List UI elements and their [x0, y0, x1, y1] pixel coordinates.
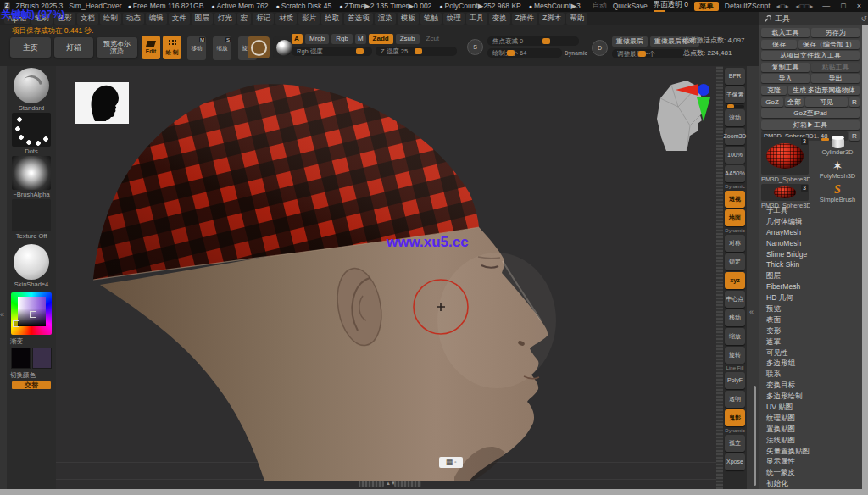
section-16[interactable]: 变换目标 [759, 380, 857, 391]
shelf-slider-1[interactable] [726, 105, 744, 108]
menu-9[interactable]: 灯光 [214, 13, 236, 25]
menu-6[interactable]: 编辑 [146, 13, 167, 25]
shelf-0[interactable]: BPR [725, 68, 745, 85]
make-polymesh-button[interactable]: 生成 多边形网格物体 [788, 86, 860, 95]
left-tray-divider[interactable]: « [0, 66, 7, 489]
shelf-18[interactable]: 孤立 [725, 435, 745, 452]
edit-button[interactable]: Edit [142, 36, 160, 59]
menu-5[interactable]: 动态 [123, 13, 144, 25]
tool-item-cylinder[interactable]: Cylinder3D [814, 137, 861, 156]
ui-opacity-slider[interactable]: 界面透明 0 [654, 0, 688, 12]
d-button[interactable]: D [592, 40, 608, 56]
menu-7[interactable]: 文件 [169, 13, 190, 25]
minimize-button[interactable]: — [820, 2, 832, 10]
timeline-scroll-right[interactable] [394, 481, 421, 487]
section-23[interactable]: 显示属性 [759, 456, 857, 467]
menu-3[interactable]: 文档 [77, 13, 98, 25]
quicksave-button[interactable]: QuickSave [613, 2, 648, 10]
section-12[interactable]: 遮罩 [759, 336, 857, 348]
section-6[interactable]: 图层 [759, 270, 857, 281]
section-19[interactable]: 纹理贴图 [759, 413, 857, 424]
primary-color-swatch[interactable] [11, 348, 31, 369]
section-10[interactable]: 表面 [759, 314, 857, 325]
draw-button[interactable]: 绘 制 [163, 36, 181, 59]
scale-button[interactable]: S 缩放 [213, 36, 231, 60]
clone-button[interactable]: 克隆 [761, 86, 787, 95]
redo-last-button[interactable]: 重做最后 [612, 36, 648, 47]
goz-visible-button[interactable]: 可见 [805, 97, 848, 107]
section-0[interactable]: 子工具 [759, 205, 857, 216]
focal-shift-slider[interactable]: 焦点衰减 0 [487, 36, 579, 46]
menu-12[interactable]: 材质 [275, 13, 297, 25]
shelf-13[interactable]: 缩放 [725, 328, 745, 345]
section-24[interactable]: 统一蒙皮 [759, 467, 857, 478]
paste-tool-button[interactable]: 粘贴工具 [811, 63, 860, 72]
menu-21[interactable]: 变换 [489, 13, 510, 25]
layout-switch-icon[interactable]: ◂□▸ [776, 3, 790, 10]
active-tool-thumbnail[interactable]: 3 [761, 137, 809, 175]
current-brush-swatch[interactable] [248, 36, 270, 58]
menu-22[interactable]: Z插件 [512, 13, 537, 25]
menu-16[interactable]: 渲染 [375, 13, 396, 25]
section-4[interactable]: Slime Bridge [759, 249, 857, 260]
shelf-5[interactable]: AA50% [725, 165, 745, 182]
section-9[interactable]: 预览 [759, 303, 857, 314]
section-22[interactable]: 矢量置换贴图 [759, 446, 857, 457]
menu-13[interactable]: 影片 [298, 13, 320, 25]
adjust-last-slider[interactable]: 调整最后一个 [612, 49, 685, 58]
save-numbered-button[interactable]: 保存（编号加 1） [798, 40, 860, 49]
refresh-icon[interactable]: ↺ [860, 14, 867, 23]
current-brush-thumbnail[interactable] [14, 68, 49, 103]
section-17[interactable]: 多边形绘制 [759, 391, 857, 402]
tool-item-simplebrush[interactable]: S SimpleBrush [814, 184, 861, 203]
stroke-thumbnail[interactable] [12, 113, 51, 147]
restore-button[interactable]: □ [838, 2, 848, 10]
shelf-12[interactable]: 移动 [725, 309, 745, 326]
section-1[interactable]: 几何体编辑 [759, 216, 857, 227]
section-21[interactable]: 法线贴图 [759, 435, 857, 446]
shelf-16[interactable]: 透明 [725, 391, 745, 408]
section-5[interactable]: Thick Skin [759, 259, 857, 270]
timeline-scroll-left[interactable] [359, 481, 384, 487]
section-2[interactable]: ArrayMesh [759, 227, 857, 238]
texture-thumbnail[interactable] [12, 199, 51, 231]
goz-ipad-button[interactable]: GoZ至iPad [761, 108, 860, 118]
preview-boolean-button[interactable]: 预览布尔渲染 [97, 37, 137, 58]
shelf-9[interactable]: 锁定 [725, 253, 745, 270]
swap-color-button[interactable]: 交替 [12, 381, 51, 389]
z-intensity-slider[interactable]: Z 强度 25 [376, 47, 457, 56]
shelf-8[interactable]: 对称 [725, 235, 745, 252]
zscript-button[interactable]: DefaultZScript [725, 2, 771, 10]
section-13[interactable]: 可见性 [759, 348, 857, 359]
lightbox-tool-button[interactable]: 灯箱▶工具 [761, 120, 860, 130]
panel-scrollbar[interactable] [754, 386, 756, 486]
goz-button[interactable]: GoZ [761, 97, 783, 107]
menu-17[interactable]: 模板 [398, 13, 419, 25]
canvas-viewport[interactable]: www.xu5.cc [56, 66, 723, 489]
section-7[interactable]: FiberMesh [759, 281, 857, 292]
menu-15[interactable]: 首选项 [344, 13, 373, 25]
tool-item-polymesh[interactable]: ✶ PolyMesh3D [814, 159, 861, 180]
load-from-project-button[interactable]: 从项目文件载入工具 [761, 51, 860, 60]
stroke-s-button[interactable]: S [467, 39, 483, 55]
home-button[interactable]: 主页 [10, 37, 51, 58]
close-button[interactable]: × [854, 2, 864, 10]
export-button[interactable]: 导出 [811, 74, 860, 83]
goz-all-button[interactable]: 全部 [785, 97, 804, 107]
menu-23[interactable]: Z脚本 [539, 13, 565, 25]
section-11[interactable]: 变形 [759, 325, 857, 336]
lightbox-button[interactable]: 灯箱 [54, 37, 93, 58]
menu-button[interactable]: 菜单 [694, 2, 719, 11]
auto-toggle[interactable]: 自动 [593, 1, 607, 11]
m-button[interactable]: M [355, 34, 366, 44]
move-button[interactable]: M 移动 [187, 36, 206, 60]
shelf-4[interactable]: 100% [725, 147, 745, 164]
material-thumbnail[interactable] [14, 244, 49, 280]
shelf-7[interactable]: 地面 [725, 209, 745, 226]
section-14[interactable]: 多边形组 [759, 358, 857, 369]
rgb-button[interactable]: Rgb [331, 34, 353, 44]
load-tool-button[interactable]: 载入工具 [761, 28, 810, 37]
section-3[interactable]: NanoMesh [759, 238, 857, 249]
zadd-button[interactable]: Zadd [369, 34, 393, 44]
shelf-2[interactable]: 滚动 [725, 109, 745, 126]
